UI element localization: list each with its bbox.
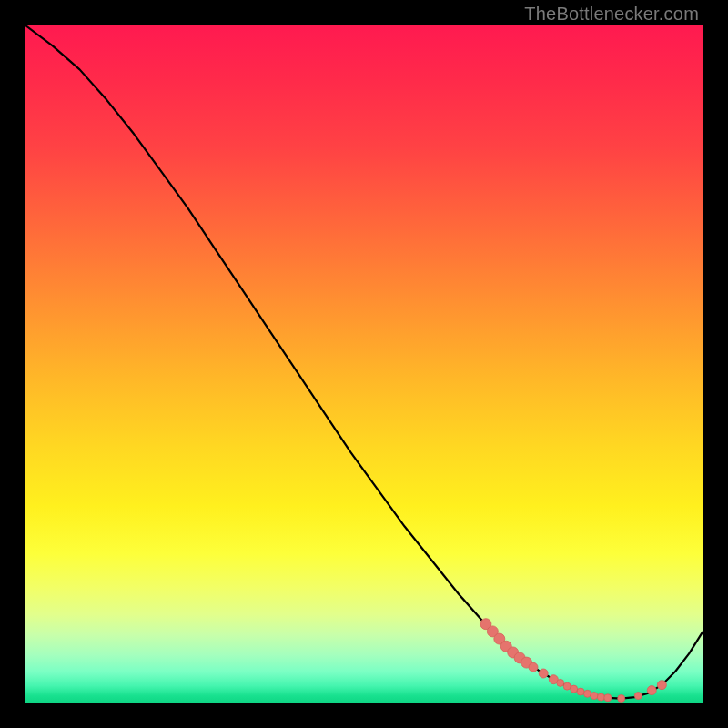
data-marker bbox=[597, 693, 604, 701]
data-marker bbox=[634, 693, 642, 700]
data-marker bbox=[529, 662, 538, 672]
data-marker bbox=[557, 679, 564, 686]
chart-frame: TheBottlenecker.com bbox=[0, 0, 728, 728]
markers-group bbox=[480, 619, 666, 703]
data-marker bbox=[618, 695, 625, 703]
data-marker bbox=[539, 669, 548, 678]
data-marker bbox=[604, 694, 612, 702]
bottleneck-curve bbox=[25, 25, 703, 699]
data-marker bbox=[584, 690, 592, 697]
watermark-text: TheBottlenecker.com bbox=[524, 4, 699, 25]
data-marker bbox=[563, 682, 571, 690]
data-marker bbox=[657, 681, 666, 690]
data-marker bbox=[591, 693, 598, 700]
data-marker bbox=[647, 686, 656, 695]
data-marker bbox=[571, 685, 578, 693]
plot-area bbox=[25, 25, 703, 703]
chart-svg bbox=[25, 25, 703, 703]
data-marker bbox=[577, 688, 584, 695]
